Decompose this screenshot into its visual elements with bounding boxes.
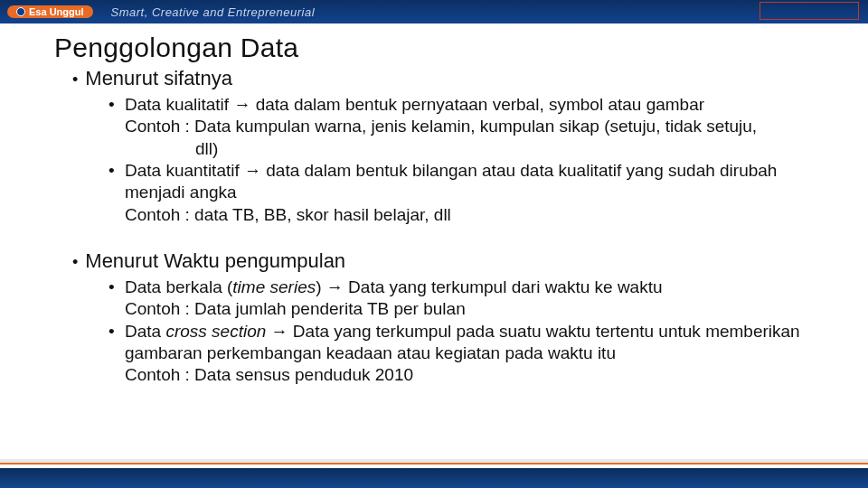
top-right-box	[760, 2, 859, 20]
slide-title: Penggolongan Data	[54, 33, 841, 63]
slide: Esa Unggul Smart, Creative and Entrepren…	[0, 0, 868, 488]
list-item-example: Contoh : Data sensus penduduk 2010	[125, 364, 841, 386]
section-heading: • Menurut Waktu pengumpulan	[72, 249, 841, 273]
globe-icon	[16, 7, 25, 16]
bullet-icon: •	[108, 94, 125, 116]
list-item-text: Data kualitatif → data dalam bentuk pern…	[125, 94, 841, 116]
list-item: • Data berkala (time series) → Data yang…	[108, 277, 841, 298]
brand-name: Esa Unggul	[29, 6, 84, 17]
italic-term: time series	[232, 277, 316, 296]
list-item-example: Contoh : Data jumlah penderita TB per bu…	[125, 298, 841, 320]
list-item-text: Data berkala (time series) → Data yang t…	[125, 277, 841, 298]
slide-content: Penggolongan Data • Menurut sifatnya • D…	[0, 27, 868, 386]
list-item: • Data cross section → Data yang terkump…	[108, 321, 841, 365]
section-body: • Data kualitatif → data dalam bentuk pe…	[108, 94, 841, 226]
bullet-icon: •	[108, 321, 125, 365]
list-item-example: Contoh : Data kumpulan warna, jenis kela…	[125, 116, 841, 137]
bullet-icon: •	[108, 277, 125, 298]
bullet-icon: •	[108, 160, 125, 204]
top-bar: Esa Unggul Smart, Creative and Entrepren…	[0, 0, 868, 23]
brand-logo: Esa Unggul	[7, 5, 93, 18]
bottom-bar	[0, 463, 868, 488]
bullet-icon: •	[72, 71, 78, 88]
section-heading-text: Menurut Waktu pengumpulan	[85, 249, 345, 273]
list-item-extra: Contoh : data TB, BB, skor hasil belajar…	[108, 204, 841, 226]
section-heading-text: Menurut sifatnya	[85, 67, 232, 90]
list-item-text: Data kuantitatif → data dalam bentuk bil…	[125, 160, 841, 204]
list-item-extra: Contoh : Data jumlah penderita TB per bu…	[108, 298, 841, 320]
list-item-text: Data cross section → Data yang terkumpul…	[125, 321, 841, 365]
list-item-extra: Contoh : Data kumpulan warna, jenis kela…	[108, 116, 841, 137]
section: • Menurut sifatnya • Data kualitatif → d…	[54, 67, 841, 226]
list-item-extra-cont: dll)	[108, 138, 841, 160]
list-item-example: Contoh : data TB, BB, skor hasil belajar…	[125, 204, 841, 226]
list-item: • Data kualitatif → data dalam bentuk pe…	[108, 94, 841, 116]
section-heading: • Menurut sifatnya	[72, 67, 841, 90]
section: • Menurut Waktu pengumpulan • Data berka…	[54, 249, 841, 387]
list-item-example-cont: dll)	[195, 138, 841, 160]
list-item: • Data kuantitatif → data dalam bentuk b…	[108, 160, 841, 204]
list-item-extra: Contoh : Data sensus penduduk 2010	[108, 364, 841, 386]
bullet-icon: •	[72, 254, 78, 270]
italic-term: cross section	[165, 322, 266, 341]
bottom-accent	[0, 463, 868, 465]
section-body: • Data berkala (time series) → Data yang…	[108, 277, 841, 387]
brand-tagline: Smart, Creative and Entrepreneurial	[111, 5, 316, 19]
